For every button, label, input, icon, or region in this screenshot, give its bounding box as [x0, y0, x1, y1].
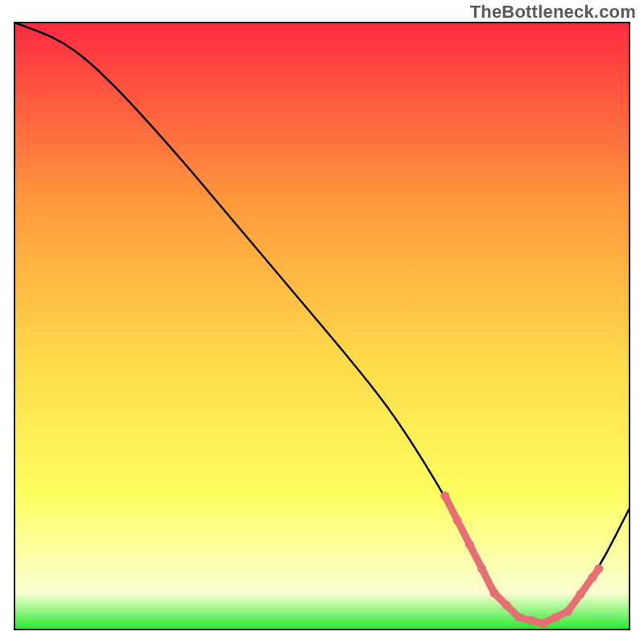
bottleneck-chart	[0, 0, 644, 644]
highlight-dot	[502, 601, 511, 609]
highlight-dot	[594, 564, 603, 573]
highlight-dot	[564, 607, 572, 616]
highlight-dot	[514, 613, 523, 621]
highlight-dot	[539, 619, 548, 628]
highlight-dot	[489, 588, 498, 597]
highlight-dot	[526, 616, 535, 625]
highlight-dot	[440, 492, 449, 501]
highlight-dot	[588, 573, 597, 582]
highlight-dot	[576, 590, 584, 599]
chart-stage: TheBottleneck.com	[0, 0, 644, 644]
highlight-dot	[465, 540, 474, 549]
highlight-dot	[477, 564, 486, 573]
highlight-dot	[551, 613, 560, 621]
highlight-dot	[453, 516, 462, 525]
